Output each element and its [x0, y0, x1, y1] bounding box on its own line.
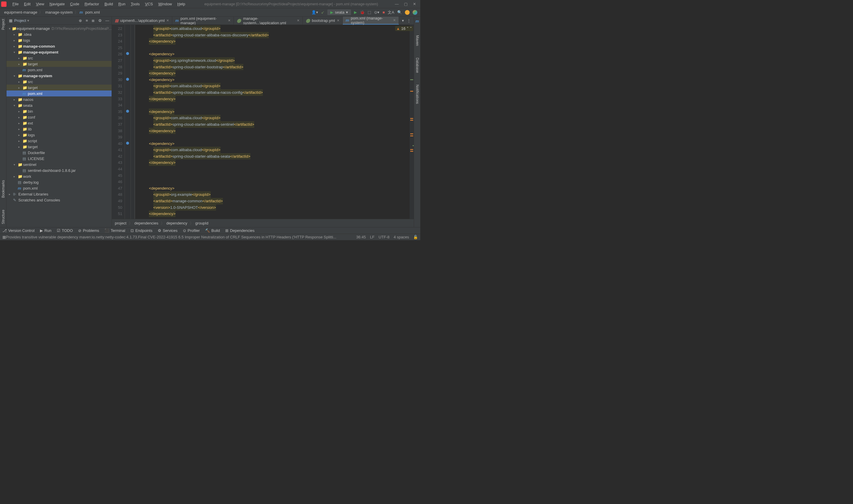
tree-item[interactable]: ✎Scratches and Consoles	[6, 197, 111, 203]
breadcrumb-item[interactable]: manage-system	[44, 10, 79, 15]
tool-todo[interactable]: ☑TODO	[57, 228, 73, 233]
inspection-widget[interactable]: ▲ 16 ˄ ˅	[395, 26, 413, 31]
stop-button[interactable]: ■	[382, 10, 385, 15]
tool-terminal[interactable]: ⬛Terminal	[104, 228, 125, 233]
tree-item[interactable]: ▸📁ext	[6, 120, 111, 126]
menu-build[interactable]: Build	[102, 1, 116, 7]
file-encoding[interactable]: UTF-8	[379, 235, 389, 239]
menu-code[interactable]: Code	[68, 1, 82, 7]
code-editor[interactable]: 2223242526272829303132333435363738394041…	[112, 25, 414, 219]
tree-item[interactable]: ▾📁equipment-manageD:\YhcResource\myProje…	[6, 25, 111, 31]
tab-dropdown-icon[interactable]: ▾	[402, 18, 404, 23]
menu-tools[interactable]: Tools	[128, 1, 142, 7]
code-breadcrumb[interactable]: project	[115, 221, 133, 226]
run-button[interactable]: ▶	[354, 10, 357, 15]
tree-item[interactable]: ▸📁bin	[6, 108, 111, 114]
menu-vcs[interactable]: VCS	[143, 1, 155, 7]
tree-item[interactable]: ▾📁manage-system	[6, 73, 111, 79]
translate-icon[interactable]: 文A	[388, 10, 394, 15]
tool-version-control[interactable]: ⎇Version Control	[2, 228, 35, 233]
menu-run[interactable]: Run	[116, 1, 128, 7]
status-message[interactable]: Provides transitive vulnerable dependenc…	[6, 235, 356, 239]
tree-item[interactable]: ▸📁conf	[6, 114, 111, 120]
tree-item[interactable]: ▸⊪External Libraries	[6, 191, 111, 197]
editor-tab[interactable]: ▤uipment\...\application.yml✕	[112, 17, 172, 24]
tree-item[interactable]: ▸📁src	[6, 79, 111, 85]
menu-view[interactable]: View	[33, 1, 47, 7]
coverage-button[interactable]: ⬚	[368, 10, 371, 15]
menu-help[interactable]: Help	[175, 1, 188, 7]
tree-item[interactable]: ▸📁target	[6, 85, 111, 90]
code-breadcrumb[interactable]: dependencies	[134, 221, 164, 226]
tool-profiler[interactable]: ⊙Profiler	[183, 228, 200, 233]
notifications-tool-button[interactable]: Notifications	[415, 85, 419, 104]
tree-item[interactable]: ▸📁script	[6, 138, 111, 144]
menu-refactor[interactable]: Refactor	[82, 1, 102, 7]
tree-item[interactable]: ▾📁manage-equipment	[6, 49, 111, 55]
editor-tab[interactable]: ⬤manage-system\...\application.yml✕	[234, 17, 302, 24]
hide-icon[interactable]: —	[105, 18, 109, 23]
tree-item[interactable]: ▸📁src	[6, 55, 111, 61]
status-icon[interactable]: ▦	[2, 235, 6, 239]
tool-endpoints[interactable]: ⊡Endpoints	[130, 228, 153, 233]
prev-highlight-icon[interactable]: ˄	[407, 26, 409, 31]
tree-item[interactable]: ▤derby.log	[6, 179, 111, 185]
structure-tool-button[interactable]: Structure	[1, 210, 5, 224]
indent-info[interactable]: 4 spaces	[394, 235, 409, 239]
minimize-icon[interactable]: —	[395, 2, 399, 6]
tab-options-icon[interactable]: ⋮	[407, 18, 411, 23]
code-breadcrumb[interactable]: groupId	[195, 221, 208, 226]
tool-build[interactable]: 🔨Build	[205, 228, 220, 233]
tool-services[interactable]: ⚙Services	[158, 228, 178, 233]
maven-icon[interactable]: m	[416, 19, 419, 23]
editor-breadcrumbs[interactable]: projectdependenciesdependencygroupId	[112, 219, 414, 227]
line-separator[interactable]: LF	[370, 235, 375, 239]
project-tree[interactable]: ▾📁equipment-manageD:\YhcResource\myProje…	[6, 25, 111, 227]
marker-gutter[interactable]	[125, 25, 131, 219]
tree-item[interactable]: ▸📁work	[6, 173, 111, 179]
tree-item[interactable]: ▸📁target	[6, 61, 111, 67]
menu-edit[interactable]: Edit	[22, 1, 33, 7]
vcs-update-icon[interactable]: ↙	[321, 10, 325, 15]
code-content[interactable]: <groupId>com.alibaba.cloud</groupId> <ar…	[135, 25, 414, 219]
menu-navigate[interactable]: Navigate	[47, 1, 67, 7]
project-tool-button[interactable]: Project	[1, 19, 5, 30]
select-opened-icon[interactable]: ⊕	[79, 18, 82, 23]
tab-close-icon[interactable]: ✕	[393, 18, 396, 22]
debug-button[interactable]: 🐞	[360, 10, 365, 15]
menu-file[interactable]: File	[10, 1, 21, 7]
line-gutter[interactable]: 2223242526272829303132333435363738394041…	[112, 25, 125, 219]
tree-item[interactable]: ▸📁lib	[6, 126, 111, 132]
editor-tab[interactable]: mpom.xml (equipment-manage)✕	[172, 17, 234, 24]
tool-run[interactable]: ▶Run	[40, 228, 52, 233]
code-breadcrumb[interactable]: dependency	[166, 221, 194, 226]
tree-item[interactable]: ▤LICENSE	[6, 156, 111, 162]
tree-item[interactable]: ▸📁logs	[6, 37, 111, 43]
settings-icon[interactable]: ⚙	[98, 18, 102, 23]
editor-tab[interactable]: ⬤bootstrap.yml✕	[303, 17, 343, 24]
tree-item[interactable]: mpom.xml	[6, 90, 111, 96]
tab-close-icon[interactable]: ✕	[166, 19, 169, 22]
menu-window[interactable]: Window	[156, 1, 174, 7]
maven-tool-button[interactable]: Maven	[415, 35, 419, 46]
tree-item[interactable]: ▤Dockerfile	[6, 150, 111, 156]
editor-tab[interactable]: mpom.xml (manage-system)✕	[343, 17, 399, 24]
tab-close-icon[interactable]: ✕	[337, 19, 340, 22]
fold-gutter[interactable]	[131, 25, 135, 219]
tree-item[interactable]: ▸📁target	[6, 144, 111, 150]
collapse-all-icon[interactable]: ≣	[91, 18, 95, 23]
tab-close-icon[interactable]: ✕	[228, 19, 230, 22]
error-stripe[interactable]: ▲ 16 ˄ ˅	[410, 25, 414, 219]
next-highlight-icon[interactable]: ˅	[410, 26, 412, 31]
profile-button[interactable]: ⊙▾	[374, 10, 380, 15]
run-config-selector[interactable]: ▶seata▾	[327, 10, 351, 15]
maximize-icon[interactable]: ▢	[404, 2, 407, 6]
tree-item[interactable]: ▾📁seata	[6, 102, 111, 108]
dropdown-icon[interactable]: ▾	[27, 18, 29, 23]
tree-item[interactable]: ▸📁nacos	[6, 96, 111, 102]
tree-item[interactable]: ▸📁manage-common	[6, 43, 111, 49]
database-tool-button[interactable]: Database	[415, 58, 419, 73]
tree-item[interactable]: ▸📁logs	[6, 132, 111, 138]
tree-item[interactable]: mpom.xml	[6, 67, 111, 73]
tab-close-icon[interactable]: ✕	[297, 19, 299, 22]
